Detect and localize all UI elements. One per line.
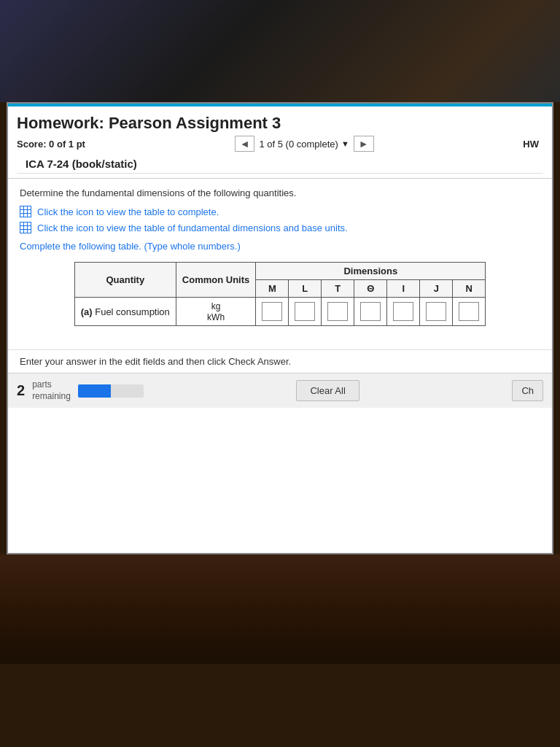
score-row: Score: 0 of 1 pt ◄ 1 of 5 (0 complete) ▼…	[17, 136, 543, 152]
instruction-text: Determine the fundamental dimensions of …	[20, 187, 540, 198]
row-units: kgkWh	[176, 298, 255, 326]
photo-top	[0, 0, 560, 102]
hw-label: HW	[523, 139, 543, 150]
row-quantity-value: Fuel consumption	[95, 306, 170, 317]
parts-count: 2	[17, 382, 25, 399]
score-value: 0 of 1 pt	[49, 139, 85, 150]
clear-all-button[interactable]: Clear All	[296, 380, 359, 401]
input-theta[interactable]	[360, 302, 381, 321]
input-L[interactable]	[295, 302, 315, 321]
input-I[interactable]	[393, 302, 413, 321]
nav-label: 1 of 5 (0 complete) ▼	[259, 139, 349, 150]
table-row: (a) Fuel consumption kgkWh	[74, 298, 486, 326]
parts-label-line1: parts	[32, 379, 71, 391]
next-button[interactable]: ►	[354, 136, 374, 152]
input-N[interactable]	[459, 302, 479, 321]
row-quantity: (a) Fuel consumption	[74, 298, 176, 326]
score-label: Score:	[17, 139, 46, 150]
dim-header-N: N	[453, 280, 486, 298]
link2-text: Click the icon to view the table of fund…	[37, 222, 348, 233]
input-M[interactable]	[262, 302, 282, 321]
cell-N[interactable]	[453, 298, 486, 326]
table-link-1[interactable]: Click the icon to view the table to comp…	[20, 206, 540, 217]
screen-wrapper: Homework: Pearson Assignment 3 Score: 0 …	[7, 102, 553, 554]
cell-M[interactable]	[256, 298, 289, 326]
content-area: Determine the fundamental dimensions of …	[8, 179, 552, 335]
prev-arrow-icon: ◄	[240, 138, 250, 150]
cell-theta[interactable]	[354, 298, 387, 326]
cell-L[interactable]	[289, 298, 322, 326]
progress-bar-container	[78, 384, 144, 398]
col-header-units: Common Units	[176, 263, 255, 298]
parts-remaining: 2 parts remaining	[17, 379, 144, 402]
dim-header-L: L	[289, 280, 322, 298]
enter-answer-text: Enter your answer in the edit fields and…	[8, 349, 552, 373]
complete-instruction: Complete the following table. (Type whol…	[20, 241, 540, 252]
complete-text-main: Complete the following table. (Type whol…	[20, 241, 241, 252]
nav-progress: 1 of 5 (0 complete)	[259, 139, 338, 150]
next-arrow-icon: ►	[359, 138, 369, 150]
question-id: ICA 7-24 (book/static)	[17, 155, 543, 174]
dim-header-theta: Θ	[354, 280, 387, 298]
dim-header-J: J	[420, 280, 453, 298]
input-T[interactable]	[327, 302, 348, 321]
cell-T[interactable]	[322, 298, 354, 326]
cell-I[interactable]	[387, 298, 420, 326]
table-container: Quantity Common Units Dimensions M L T Θ…	[20, 262, 540, 326]
table-link-2[interactable]: Click the icon to view the table of fund…	[20, 222, 540, 233]
link1-text: Click the icon to view the table to comp…	[37, 206, 219, 217]
page-title: Homework: Pearson Assignment 3	[17, 114, 543, 133]
hw-header: Homework: Pearson Assignment 3 Score: 0 …	[8, 107, 552, 179]
row-label-a: (a)	[81, 306, 93, 317]
prev-button[interactable]: ◄	[235, 136, 255, 152]
progress-bar-fill	[78, 384, 111, 398]
col-header-dimensions: Dimensions	[256, 263, 486, 280]
dim-header-T: T	[322, 280, 354, 298]
parts-label: parts remaining	[32, 379, 71, 402]
dropdown-arrow-icon: ▼	[341, 139, 349, 148]
score-display: Score: 0 of 1 pt	[17, 139, 85, 150]
dimensions-table: Quantity Common Units Dimensions M L T Θ…	[74, 262, 486, 326]
bottom-bar: 2 parts remaining Clear All Ch	[8, 373, 552, 408]
dim-header-I: I	[387, 280, 420, 298]
dim-header-M: M	[256, 280, 289, 298]
cell-J[interactable]	[420, 298, 453, 326]
grid-icon-1	[20, 206, 31, 217]
parts-label-line2: remaining	[32, 391, 71, 403]
col-header-quantity: Quantity	[74, 263, 176, 298]
photo-bottom	[0, 554, 560, 664]
units-text: kgkWh	[207, 301, 225, 322]
check-answer-button[interactable]: Ch	[512, 380, 543, 401]
input-J[interactable]	[426, 302, 446, 321]
grid-icon-2	[20, 222, 31, 233]
nav-controls: ◄ 1 of 5 (0 complete) ▼ ►	[235, 136, 374, 152]
